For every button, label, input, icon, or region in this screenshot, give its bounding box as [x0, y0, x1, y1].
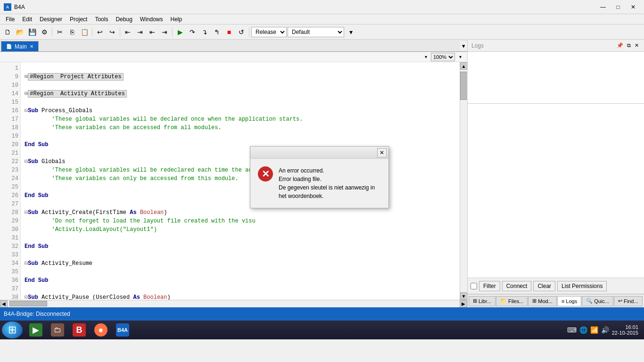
- open-button[interactable]: 📂: [14, 26, 25, 38]
- step-over-button[interactable]: ↷: [187, 26, 198, 38]
- step-into-button[interactable]: ↴: [199, 26, 210, 38]
- menu-debug[interactable]: Debug: [112, 15, 136, 24]
- lang-icon: 🌐: [579, 326, 587, 334]
- zoom-select[interactable]: 100%: [431, 53, 455, 61]
- taskbar-files[interactable]: 🗀: [47, 321, 68, 338]
- restart-button[interactable]: ↺: [236, 26, 247, 38]
- code-line-25: End Sub: [25, 192, 48, 199]
- indent-button[interactable]: ⇤: [122, 26, 133, 38]
- hscroll-thumb[interactable]: [9, 301, 47, 306]
- main-tab[interactable]: 📄 Main ✕: [1, 41, 39, 51]
- tab-dropdown-button[interactable]: ▾: [460, 41, 467, 50]
- menu-designer[interactable]: Designer: [36, 15, 66, 24]
- logs-header: Logs 📌 ⧉ ✕: [468, 40, 644, 52]
- copy-button[interactable]: ⎘: [66, 26, 78, 38]
- redo-button[interactable]: ↪: [107, 26, 118, 38]
- code-line-21: ⊟Sub Globals: [25, 158, 65, 165]
- dialog-line1: An error occurred.: [279, 166, 375, 175]
- zoom-bar: ▾ 100% ▾: [0, 52, 467, 62]
- undo-button[interactable]: ↩: [94, 26, 106, 38]
- zoom-up-button[interactable]: ▾: [456, 53, 464, 61]
- tab-files[interactable]: 📁 Files...: [496, 296, 528, 306]
- connect-button[interactable]: Connect: [502, 281, 532, 291]
- save-button[interactable]: 💾: [26, 26, 38, 38]
- menu-project[interactable]: Project: [66, 15, 91, 24]
- separator-2: [92, 27, 92, 37]
- build-button[interactable]: ⚙: [39, 26, 50, 38]
- code-line-23: 'These variables can only be accessed fr…: [25, 175, 239, 182]
- close-button[interactable]: ✕: [626, 2, 640, 12]
- menu-edit[interactable]: Edit: [18, 15, 36, 24]
- browser-icon: ●: [94, 323, 107, 337]
- logs-panel: Logs 📌 ⧉ ✕ Filter Connect Clear List Per…: [467, 40, 644, 307]
- logs-lower-area: [468, 104, 644, 278]
- menu-bar: File Edit Designer Project Tools Debug W…: [0, 14, 644, 25]
- tab-close-icon[interactable]: ✕: [30, 44, 33, 49]
- menu-windows[interactable]: Windows: [136, 15, 167, 24]
- maximize-button[interactable]: □: [611, 2, 625, 12]
- filter-button[interactable]: Filter: [479, 281, 500, 291]
- code-line-27: ⊟Sub Activity_Create(FirstTime As Boolea…: [25, 209, 167, 216]
- clock-time: 16:01: [612, 324, 638, 330]
- step-out-button[interactable]: ↰: [211, 26, 223, 38]
- logs-float-button[interactable]: ⧉: [626, 42, 632, 49]
- logs-close-button[interactable]: ✕: [633, 42, 640, 49]
- device-select[interactable]: Default: [288, 27, 344, 37]
- vertical-scrollbar[interactable]: ▲ ▼: [460, 62, 467, 300]
- menu-file[interactable]: File: [2, 15, 18, 24]
- outdent-button[interactable]: ⇥: [134, 26, 146, 38]
- separator-4: [172, 27, 173, 37]
- menu-tools[interactable]: Tools: [91, 15, 112, 24]
- logs-pin-button[interactable]: 📌: [615, 42, 625, 49]
- scroll-up-button[interactable]: ▲: [460, 62, 468, 70]
- code-line-1: ⊞#Region Project Attributes: [25, 73, 124, 81]
- taskbar-b4a[interactable]: B4A: [112, 321, 133, 338]
- scroll-right-button[interactable]: ▶: [460, 300, 467, 308]
- dialog-close-button[interactable]: ✕: [377, 148, 387, 157]
- horizontal-scrollbar[interactable]: ◀ ▶: [0, 300, 467, 307]
- zoom-dropdown-button[interactable]: ▾: [421, 53, 430, 61]
- code-line-35: End Sub: [25, 277, 48, 284]
- minimize-button[interactable]: —: [596, 2, 610, 12]
- dialog-body: ✕ An error occurred. Error loading file.…: [250, 159, 388, 208]
- list-permissions-button[interactable]: List Permissions: [557, 281, 607, 291]
- separator-5: [249, 27, 249, 37]
- network-icon: 📶: [590, 326, 598, 334]
- clear-button[interactable]: Clear: [533, 281, 555, 291]
- bold-icon: B: [73, 323, 86, 337]
- build-config-select[interactable]: Release Debug: [251, 27, 287, 37]
- taskbar-right: ⌨ 🌐 📶 🔊 16:01 22-10-2015: [567, 324, 642, 336]
- logs-toolbar: Filter Connect Clear List Permissions: [468, 278, 644, 294]
- taskbar-browser[interactable]: ●: [91, 321, 111, 338]
- tab-mod[interactable]: ⊞ Mod...: [528, 296, 557, 306]
- indent2-button[interactable]: ⇤: [147, 26, 158, 38]
- scroll-thumb[interactable]: [460, 72, 467, 100]
- scroll-left-button[interactable]: ◀: [0, 300, 8, 308]
- line-numbers: 1 9 10 14 15 16 17 18 19 20 21 22 23 24 …: [0, 62, 21, 300]
- tab-find[interactable]: ↩ Find...: [614, 296, 643, 306]
- dialog-titlebar: ✕: [250, 147, 388, 159]
- outdent2-button[interactable]: ⇥: [159, 26, 170, 38]
- clock: 16:01 22-10-2015: [612, 324, 638, 336]
- taskbar-media[interactable]: ▶: [25, 321, 46, 338]
- taskbar-bold[interactable]: B: [69, 321, 90, 338]
- device-options-button[interactable]: ▾: [345, 26, 356, 38]
- tab-libr[interactable]: ⊞ Libr...: [469, 296, 495, 306]
- new-button[interactable]: 🗋: [2, 26, 13, 38]
- keyboard-icon: ⌨: [567, 326, 577, 334]
- scroll-down-button[interactable]: ▼: [460, 292, 468, 300]
- menu-help[interactable]: Help: [167, 15, 186, 24]
- cut-button[interactable]: ✂: [54, 26, 66, 38]
- start-button[interactable]: ⊞: [2, 321, 23, 338]
- tab-logs[interactable]: ≡ Logs: [557, 296, 581, 306]
- tab-quic[interactable]: 🔍 Quic...: [582, 296, 613, 306]
- stop-button[interactable]: ■: [223, 26, 235, 38]
- error-dialog: ✕ ✕ An error occurred. Error loading fil…: [250, 146, 389, 208]
- filter-checkbox[interactable]: [471, 283, 477, 289]
- code-editor[interactable]: ⊞#Region Project Attributes ⊞#Region Act…: [21, 62, 460, 300]
- dialog-line4: het woordenboek.: [279, 192, 375, 200]
- run-button[interactable]: ▶: [174, 26, 186, 38]
- volume-icon: 🔊: [601, 326, 609, 334]
- logs-header-controls: 📌 ⧉ ✕: [615, 42, 640, 49]
- paste-button[interactable]: 📋: [79, 26, 90, 38]
